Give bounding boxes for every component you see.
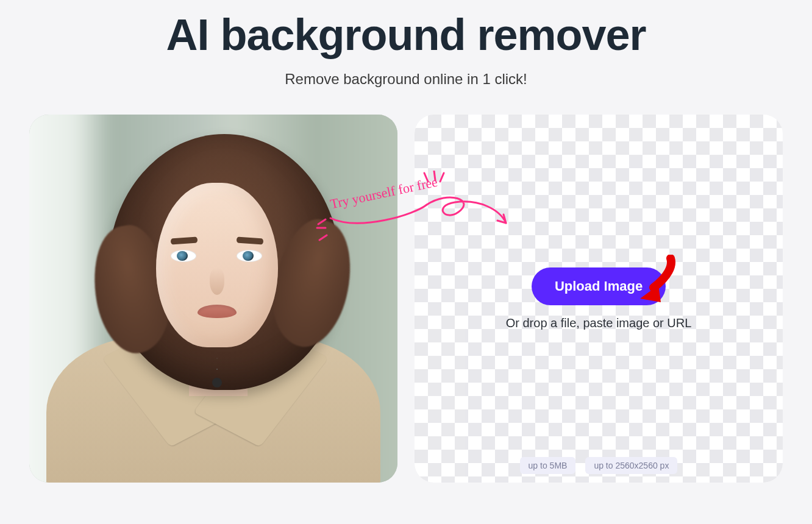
- upload-dropzone-panel[interactable]: Upload Image Or drop a file, paste image…: [415, 115, 783, 483]
- page-title: AI background remover: [0, 10, 812, 60]
- limit-size-badge: up to 5MB: [520, 457, 576, 474]
- drop-hint-text: Or drop a file, paste image or URL: [506, 316, 692, 330]
- limit-dimensions-badge: up to 2560x2560 px: [585, 457, 677, 474]
- sample-image-panel: [29, 115, 397, 483]
- page-subtitle: Remove background online in 1 click!: [0, 71, 812, 88]
- upload-limits: up to 5MB up to 2560x2560 px: [415, 457, 783, 474]
- upload-image-button[interactable]: Upload Image: [532, 267, 666, 305]
- sample-portrait-image: [29, 115, 397, 483]
